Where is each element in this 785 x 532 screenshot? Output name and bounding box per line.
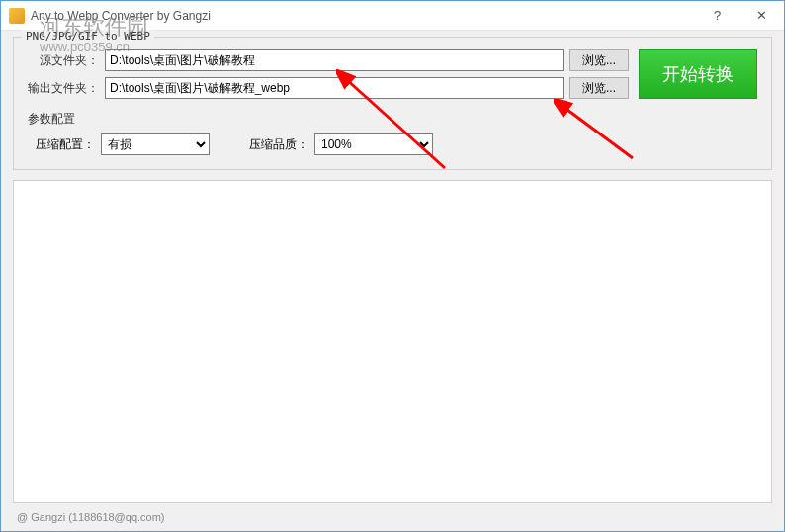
compress-config-label: 压缩配置： <box>36 136 95 153</box>
close-button[interactable]: ✕ <box>740 1 784 31</box>
output-label: 输出文件夹： <box>28 80 99 97</box>
help-button[interactable]: ? <box>695 1 740 31</box>
window-title: Any to Webp Converter by Gangzi <box>31 9 695 23</box>
compress-quality-label: 压缩品质： <box>249 136 308 153</box>
titlebar: Any to Webp Converter by Gangzi ? ✕ <box>1 1 784 31</box>
source-row: 源文件夹： 浏览... <box>28 49 629 71</box>
source-label: 源文件夹： <box>28 52 99 69</box>
window-controls: ? ✕ <box>695 1 784 31</box>
output-textarea[interactable] <box>13 180 772 503</box>
compress-quality-select[interactable]: 100% <box>314 133 433 155</box>
statusbar: @ Gangzi (1188618@qq.com) <box>13 507 772 527</box>
output-browse-button[interactable]: 浏览... <box>569 77 629 99</box>
app-window: Any to Webp Converter by Gangzi ? ✕ PNG/… <box>0 0 785 532</box>
groupbox-legend: PNG/JPG/GIF to WEBP <box>22 30 154 43</box>
source-browse-button[interactable]: 浏览... <box>569 49 629 71</box>
source-input[interactable] <box>105 49 564 71</box>
start-button[interactable]: 开始转换 <box>639 49 757 99</box>
compress-quality-item: 压缩品质： 100% <box>249 133 433 155</box>
output-row: 输出文件夹： 浏览... <box>28 77 629 99</box>
params-label: 参数配置 <box>28 111 757 128</box>
settings-groupbox: PNG/JPG/GIF to WEBP 源文件夹： 浏览... 输出文件夹： 浏… <box>13 37 772 170</box>
compress-config-select[interactable]: 有损 <box>101 133 210 155</box>
content-area: PNG/JPG/GIF to WEBP 源文件夹： 浏览... 输出文件夹： 浏… <box>1 31 784 531</box>
compress-config-item: 压缩配置： 有损 <box>36 133 210 155</box>
params-row: 压缩配置： 有损 压缩品质： 100% <box>28 133 757 155</box>
app-icon <box>9 8 25 24</box>
output-input[interactable] <box>105 77 564 99</box>
path-rows: 源文件夹： 浏览... 输出文件夹： 浏览... 开始转换 <box>28 49 757 105</box>
